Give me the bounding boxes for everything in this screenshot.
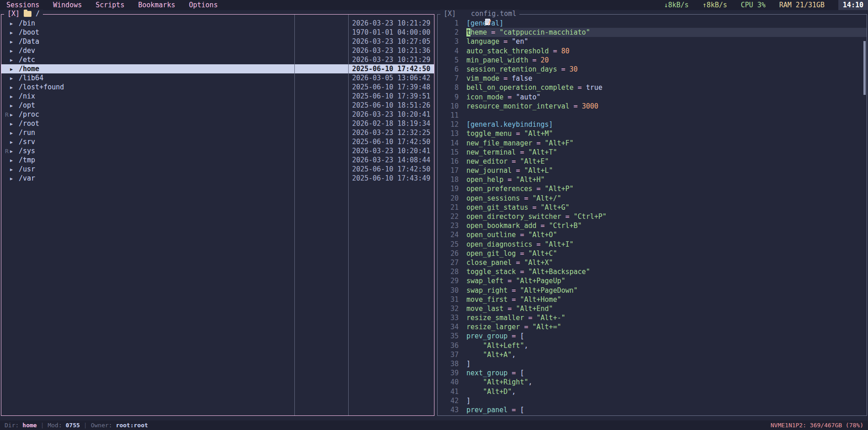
line-code: ] [466,359,867,368]
file-row[interactable]: ▶/opt2025-06-10 18:51:26 [1,101,434,110]
expand-arrow-icon[interactable]: ▶ [10,48,19,53]
expand-arrow-icon[interactable]: ▶ [10,94,19,99]
editor-line[interactable]: 41 "Alt+D", [438,387,867,396]
expand-arrow-icon[interactable]: ▶ [10,76,19,81]
expand-arrow-icon[interactable]: ▶ [10,112,19,117]
editor-line[interactable]: 6session_retention_days = 30 [438,65,867,74]
line-number: 37 [438,351,459,359]
editor-line[interactable]: 18open_help = "Alt+H" [438,175,867,184]
menu-options[interactable]: Options [189,1,218,9]
editor-line[interactable]: 38] [438,359,867,368]
line-number: 10 [438,102,459,110]
file-row[interactable]: ▶/bin2026-03-23 10:21:29 [1,19,434,28]
editor-line[interactable]: 43prev_panel = [ [438,405,867,414]
editor-line[interactable]: 24open_outline = "Alt+O" [438,230,867,239]
editor-line[interactable]: 2theme = "catppuccin-macchiato" [438,28,867,37]
editor-line[interactable]: 30swap_right = "Alt+PageDown" [438,285,867,295]
menu-bookmarks[interactable]: Bookmarks [138,1,175,9]
editor-line[interactable]: 16new_editor = "Alt+E" [438,157,867,166]
editor-line[interactable]: 10resource_monitor_interval = 3000 [438,102,867,111]
editor-line[interactable]: 35prev_group = [ [438,332,867,341]
editor-line[interactable]: 17new_journal = "Alt+L" [438,166,867,175]
expand-arrow-icon[interactable]: ▶ [10,176,19,181]
editor-line[interactable]: 39next_group = [ [438,368,867,378]
line-code: open_git_log = "Alt+C" [466,249,867,258]
file-row[interactable]: ▶/srv2025-06-10 17:42:50 [1,137,434,146]
file-row[interactable]: ▶/home2025-06-10 17:42:50 [1,64,434,73]
expand-arrow-icon[interactable]: ▶ [10,39,19,44]
editor-content[interactable]: 1[general]2theme = "catppuccin-macchiato… [438,19,867,414]
file-row[interactable]: ▶/usr2025-06-10 17:42:50 [1,165,434,174]
editor-line[interactable]: 29swap_left = "Alt+PageUp" [438,276,867,285]
system-stats: ↓8kB/s ↑8kB/s CPU 3% RAM 21/31GB 14:10 [664,0,868,10]
file-row[interactable]: ▶/var2025-06-10 17:43:49 [1,174,434,183]
expand-arrow-icon[interactable]: ▶ [10,85,19,90]
menu-windows[interactable]: Windows [53,1,82,9]
expand-arrow-icon[interactable]: ▶ [10,57,19,62]
editor-line[interactable]: 14new_file_manager = "Alt+F" [438,138,867,147]
editor-line[interactable]: 25open_diagnostics = "Alt+I" [438,240,867,249]
editor-line[interactable]: 28toggle_stack = "Alt+Backspace" [438,267,867,276]
editor-line[interactable]: 40 "Alt+Right", [438,378,867,387]
file-row[interactable]: ▶/lost+found2025-06-10 17:39:48 [1,83,434,92]
line-code: "Alt+Left", [466,341,867,350]
expand-arrow-icon[interactable]: ▶ [10,149,19,154]
line-code: new_journal = "Alt+L" [466,166,867,175]
editor-line[interactable]: 32move_last = "Alt+End" [438,304,867,313]
file-row[interactable]: ▶/nix2025-06-10 17:39:51 [1,92,434,101]
file-row[interactable]: ▶/root2026-02-18 18:19:34 [1,119,434,128]
editor-line[interactable]: 31move_first = "Alt+Home" [438,295,867,304]
file-row[interactable]: ▶/boot1970-01-01 04:00:00 [1,28,434,37]
expand-arrow-icon[interactable]: ▶ [10,21,19,26]
expand-arrow-icon[interactable]: ▶ [10,67,19,72]
editor-line[interactable]: 20open_sessions = "Alt+/" [438,194,867,203]
expand-arrow-icon[interactable]: ▶ [10,103,19,108]
file-row[interactable]: R▶/sys2026-03-23 10:20:41 [1,146,434,155]
editor-line[interactable]: 37 "Alt+A", [438,350,867,359]
editor-line[interactable]: 21open_git_status = "Alt+G" [438,203,867,212]
editor-line[interactable]: 1[general] [438,19,867,28]
editor-line[interactable]: 42] [438,396,867,405]
file-row[interactable]: ▶/lib642026-03-05 13:06:42 [1,73,434,83]
editor-line[interactable]: 36 "Alt+Left", [438,341,867,350]
line-code: next_group = [ [466,368,867,378]
expand-arrow-icon[interactable]: ▶ [10,158,19,163]
menu-sessions[interactable]: Sessions [6,1,39,9]
editor-line[interactable]: 34resize_larger = "Alt+=" [438,322,867,332]
expand-arrow-icon[interactable]: ▶ [10,167,19,172]
file-row[interactable]: ▶/etc2026-03-23 10:21:29 [1,55,434,64]
editor-line[interactable]: 19open_preferences = "Alt+P" [438,184,867,193]
expand-arrow-icon[interactable]: ▶ [10,30,19,35]
editor-line[interactable]: 13toggle_menu = "Alt+M" [438,129,867,138]
editor-scrollbar[interactable] [863,41,866,95]
file-row[interactable]: R▶/proc2026-03-23 10:20:41 [1,110,434,119]
line-number: 12 [438,120,459,129]
editor-line[interactable]: 5min_panel_width = 20 [438,56,867,65]
file-row[interactable]: ▶/dev2026-03-23 10:21:36 [1,46,434,55]
editor-line[interactable]: 4auto_stack_threshold = 80 [438,47,867,56]
file-row[interactable]: ▶/run2026-03-23 12:32:25 [1,128,434,137]
expand-arrow-icon[interactable]: ▶ [10,121,19,126]
line-code: new_file_manager = "Alt+F" [466,138,867,147]
editor-line[interactable]: 26open_git_log = "Alt+C" [438,249,867,258]
editor-line[interactable]: 22open_directory_switcher = "Ctrl+P" [438,212,867,221]
editor-line[interactable]: 8bell_on_operation_complete = true [438,83,867,92]
line-code: open_directory_switcher = "Ctrl+P" [466,212,867,221]
editor-line[interactable]: 12[general.keybindings] [438,120,867,129]
editor-line[interactable]: 11 [438,111,867,120]
editor-line[interactable]: 27close_panel = "Alt+X" [438,258,867,267]
editor-line[interactable]: 15new_terminal = "Alt+T" [438,148,867,157]
close-panel-button[interactable]: [X] [7,10,20,18]
file-row[interactable]: ▶/tmp2026-03-23 14:08:44 [1,155,434,165]
editor-line[interactable]: 7vim_mode = false [438,74,867,83]
line-number: 17 [438,166,459,175]
editor-line[interactable]: 23open_bookmark_add = "Ctrl+B" [438,221,867,230]
editor-line[interactable]: 3language = "en" [438,37,867,46]
editor-line[interactable]: 9icon_mode = "auto" [438,93,867,102]
file-row[interactable]: ▶/Data2026-03-23 10:27:05 [1,37,434,46]
close-editor-button[interactable]: [X] [444,10,456,18]
expand-arrow-icon[interactable]: ▶ [10,130,19,135]
editor-line[interactable]: 33resize_smaller = "Alt+-" [438,313,867,322]
expand-arrow-icon[interactable]: ▶ [10,140,19,145]
menu-scripts[interactable]: Scripts [95,1,124,9]
